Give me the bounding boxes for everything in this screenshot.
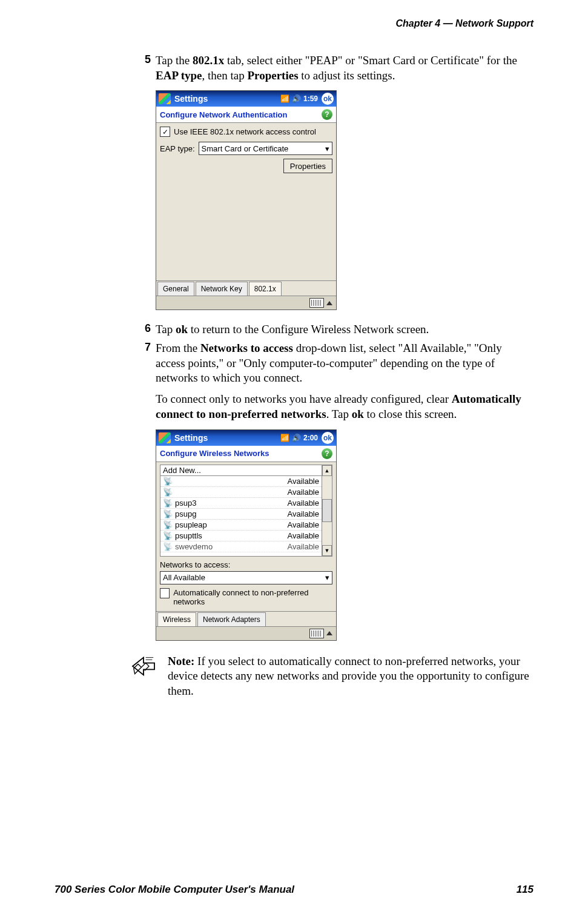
tab-802-1x[interactable]: 802.1x <box>249 282 282 296</box>
antenna-icon: 📡 <box>163 498 170 508</box>
eap-type-label: EAP type: <box>160 144 195 153</box>
step-5: 5 Tap the 802.1x tab, select either "PEA… <box>136 53 533 83</box>
ieee-checkbox[interactable]: ✓ <box>160 127 170 137</box>
page-number: 115 <box>517 884 533 896</box>
input-selector-icon[interactable] <box>326 631 332 635</box>
auto-connect-checkbox[interactable] <box>160 588 170 598</box>
status-icons: 📶 🔊 2:00 <box>280 434 318 442</box>
chevron-down-icon: ▾ <box>325 144 329 153</box>
status-icons: 📶 🔊 1:59 <box>280 94 318 103</box>
antenna-icon: 📡 <box>163 509 170 518</box>
ppc-window: Settings 📶 🔊 1:59 ok Configure Network A… <box>156 90 337 310</box>
screenshot-wireless-networks: Settings 📶 🔊 2:00 ok Configure Wireless … <box>156 429 533 641</box>
help-icon[interactable]: ? <box>322 448 332 459</box>
screen-subtitle: Configure Network Authentication ? <box>156 107 336 123</box>
antenna-icon: 📡 <box>163 488 170 497</box>
auto-connect-label: Automatically connect to non-preferred n… <box>173 588 332 606</box>
instruction-steps: 5 Tap the 802.1x tab, select either "PEA… <box>136 53 533 641</box>
network-list: Add New... 📡Available 📡Available 📡psup3A… <box>160 465 332 557</box>
note: Note: If you select to automatically con… <box>130 654 533 699</box>
auto-connect-row: Automatically connect to non-preferred n… <box>160 588 332 606</box>
step-7-para2: To connect only to networks you have alr… <box>156 392 533 422</box>
list-item[interactable]: 📡psupleapAvailable <box>160 520 322 531</box>
step-text: Tap ok to return to the Configure Wirele… <box>156 322 429 337</box>
step-number: 5 <box>136 53 156 83</box>
help-icon[interactable]: ? <box>322 109 332 120</box>
network-list-inner[interactable]: Add New... 📡Available 📡Available 📡psup3A… <box>160 465 322 556</box>
list-item[interactable]: 📡psupttlsAvailable <box>160 531 322 541</box>
step-number: 7 <box>136 341 156 422</box>
tab-network-adapters[interactable]: Network Adapters <box>197 612 266 626</box>
wireless-body: Add New... 📡Available 📡Available 📡psup3A… <box>156 462 336 611</box>
antenna-icon: 📡 <box>163 542 170 551</box>
antenna-icon: 📡 <box>163 477 170 486</box>
eap-type-row: EAP type: Smart Card or Certificate ▾ <box>160 142 332 155</box>
window-title: Settings <box>174 94 277 104</box>
scroll-thumb[interactable] <box>322 499 332 522</box>
clock: 2:00 <box>303 434 318 442</box>
tab-wireless[interactable]: Wireless <box>157 612 196 626</box>
note-text: Note: If you select to automatically con… <box>168 654 533 699</box>
start-flag-icon[interactable] <box>159 93 171 104</box>
manual-page: Chapter 4 — Network Support 5 Tap the 80… <box>0 0 588 920</box>
keyboard-icon[interactable] <box>309 298 324 308</box>
input-selector-icon[interactable] <box>326 301 332 305</box>
clock: 1:59 <box>303 94 318 103</box>
ok-button[interactable]: ok <box>322 432 334 444</box>
screenshot-802-1x: Settings 📶 🔊 1:59 ok Configure Network A… <box>156 90 533 310</box>
list-item[interactable]: 📡psup3Available <box>160 498 322 509</box>
page-footer: 700 Series Color Mobile Computer User's … <box>55 884 533 896</box>
list-item[interactable]: 📡Available <box>160 487 322 498</box>
eap-type-select[interactable]: Smart Card or Certificate ▾ <box>199 142 332 155</box>
networks-to-access-label: Networks to access: <box>160 560 332 569</box>
speaker-icon: 🔊 <box>292 94 301 103</box>
scrollbar[interactable]: ▲ ▼ <box>322 465 332 556</box>
screen-subtitle: Configure Wireless Networks ? <box>156 446 336 462</box>
footer-title: 700 Series Color Mobile Computer User's … <box>55 884 294 896</box>
tab-general[interactable]: General <box>157 282 194 296</box>
tab-network-key[interactable]: Network Key <box>196 282 248 296</box>
keyboard-icon[interactable] <box>309 629 324 638</box>
note-icon <box>130 654 157 699</box>
add-new-row[interactable]: Add New... <box>160 465 322 476</box>
running-header: Chapter 4 — Network Support <box>55 18 533 29</box>
bottom-tabs: General Network Key 802.1x <box>156 280 336 296</box>
ppc-window: Settings 📶 🔊 2:00 ok Configure Wireless … <box>156 429 337 641</box>
step-text: From the Networks to access drop-down li… <box>156 341 533 422</box>
bottom-tabs: Wireless Network Adapters <box>156 611 336 626</box>
list-item[interactable]: 📡Available <box>160 476 322 487</box>
antenna-icon: 📡 <box>163 531 170 540</box>
chevron-down-icon: ▾ <box>325 573 329 582</box>
input-panel-bar <box>156 296 336 309</box>
step-7: 7 From the Networks to access drop-down … <box>136 341 533 422</box>
ok-button[interactable]: ok <box>322 93 334 105</box>
step-number: 6 <box>136 322 156 337</box>
window-titlebar: Settings 📶 🔊 2:00 ok <box>156 430 336 446</box>
antenna-icon: 📡 <box>163 520 170 529</box>
ieee-checkbox-label: Use IEEE 802.1x network access control <box>174 127 316 136</box>
signal-icon: 📶 <box>280 94 289 103</box>
window-titlebar: Settings 📶 🔊 1:59 ok <box>156 91 336 107</box>
list-item[interactable]: 📡swevdemoAvailable <box>160 541 322 552</box>
input-panel-bar <box>156 626 336 640</box>
properties-button[interactable]: Properties <box>283 159 332 173</box>
signal-icon: 📶 <box>280 434 289 442</box>
ieee-checkbox-row: ✓ Use IEEE 802.1x network access control <box>160 127 332 137</box>
step-6: 6 Tap ok to return to the Configure Wire… <box>136 322 533 337</box>
list-item[interactable]: 📡psupgAvailable <box>160 509 322 520</box>
window-title: Settings <box>174 433 277 443</box>
scroll-up-icon[interactable]: ▲ <box>322 465 332 476</box>
networks-to-access-select[interactable]: All Available ▾ <box>160 571 332 584</box>
settings-body: ✓ Use IEEE 802.1x network access control… <box>156 123 336 280</box>
properties-row: Properties <box>160 159 332 173</box>
step-text: Tap the 802.1x tab, select either "PEAP"… <box>156 53 533 83</box>
start-flag-icon[interactable] <box>159 432 171 443</box>
speaker-icon: 🔊 <box>292 434 301 442</box>
scroll-down-icon[interactable]: ▼ <box>322 545 332 556</box>
